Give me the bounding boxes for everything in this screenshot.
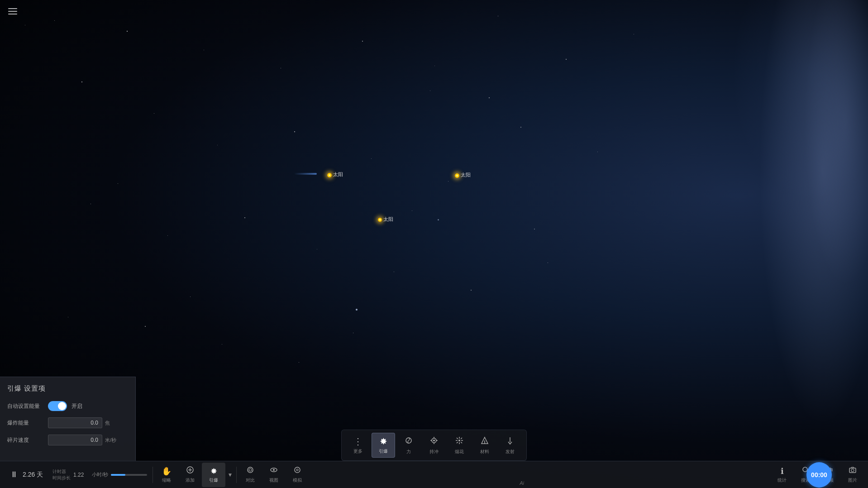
- milky-way: [642, 0, 868, 488]
- auto-energy-state: 开启: [72, 402, 82, 410]
- panel-title: 引爆 设置项: [7, 384, 128, 393]
- bottom-bar: ⏸ 2.26 天 计时器 时间步长 1.22 小时/秒 ✋ 缩略 添加 ✸ 引爆…: [0, 461, 868, 488]
- toolbar-shrink[interactable]: ✋ 缩略: [155, 463, 178, 487]
- auto-energy-row: 自动设置能量 开启: [7, 401, 128, 411]
- explosion-energy-label: 爆炸能量: [7, 419, 48, 427]
- photo-icon: [849, 466, 857, 476]
- auto-energy-label: 自动设置能量: [7, 402, 48, 410]
- tool-force[interactable]: 力: [397, 433, 420, 458]
- toolbar-compare[interactable]: 对比: [238, 463, 262, 487]
- tool-material[interactable]: 材料: [473, 433, 496, 458]
- simulate-icon: [293, 466, 301, 476]
- toolbar-view[interactable]: 视图: [262, 463, 286, 487]
- time-sub: 计时器 时间步长: [52, 469, 71, 481]
- timer-circle[interactable]: 00:00: [806, 462, 832, 488]
- simulate-label: 模拟: [293, 477, 302, 483]
- toolbar-trigger[interactable]: ✸ 引爆: [202, 463, 225, 487]
- settings-panel: 引爆 设置项 自动设置能量 开启 爆炸能量 焦 碎片速度 米/秒: [0, 377, 136, 461]
- add-label: 添加: [186, 477, 195, 483]
- photo-label: 图片: [848, 477, 857, 483]
- toolbar-trigger-label: 引爆: [209, 477, 218, 483]
- tool-trigger[interactable]: ✸ 引爆: [372, 433, 395, 458]
- explosion-energy-unit: 焦: [105, 420, 110, 426]
- tool-pulse[interactable]: 持冲: [422, 433, 446, 458]
- toolbar-trigger-icon: ✸: [210, 466, 217, 476]
- trigger-icon: ✸: [380, 436, 387, 447]
- tools-bar: ⋮ 更多 ✸ 引爆 力 持冲 烟花 材料 发射: [341, 430, 527, 461]
- sun-object-3[interactable]: [378, 218, 382, 222]
- tool-pulse-label: 持冲: [429, 449, 439, 455]
- auto-energy-toggle[interactable]: [48, 401, 67, 411]
- compare-icon: [246, 466, 254, 476]
- sun-label-2: 太阳: [461, 172, 471, 178]
- timer-label: 计时器: [52, 469, 71, 475]
- fragment-speed-input[interactable]: [48, 435, 102, 445]
- time-value: 2.26 天: [23, 471, 50, 479]
- svg-point-2: [433, 440, 435, 441]
- stats-icon: ℹ: [781, 466, 784, 476]
- svg-point-11: [273, 469, 275, 471]
- svg-point-9: [249, 469, 252, 471]
- svg-point-3: [458, 440, 460, 441]
- explosion-energy-input[interactable]: [48, 417, 102, 428]
- timer-value: 00:00: [811, 471, 827, 478]
- fragment-speed-row: 碎片速度 米/秒: [7, 435, 128, 445]
- ai-label: Ai: [520, 480, 524, 486]
- explosion-energy-row: 爆炸能量 焦: [7, 417, 128, 428]
- step-value: 1.22: [73, 472, 84, 478]
- tool-force-label: 力: [406, 449, 411, 455]
- chevron-down-icon: ▼: [227, 472, 233, 478]
- tool-more-label: 更多: [353, 448, 362, 455]
- toolbar-stats[interactable]: ℹ 统计: [770, 463, 794, 487]
- tool-fireworks-label: 烟花: [455, 449, 464, 455]
- tool-launch[interactable]: 发射: [498, 433, 522, 458]
- fragment-speed-unit: 米/秒: [105, 437, 116, 444]
- shrink-label: 缩略: [162, 477, 171, 483]
- small-body-2: [438, 219, 439, 220]
- svg-point-12: [295, 467, 300, 473]
- stats-label: 统计: [777, 477, 787, 483]
- add-icon: [186, 466, 194, 476]
- shrink-icon: ✋: [162, 466, 172, 476]
- svg-point-8: [248, 467, 253, 473]
- sun-object-2[interactable]: [455, 173, 459, 178]
- timestep-label: 时间步长: [52, 475, 71, 481]
- speed-section: 小时/秒: [88, 471, 151, 478]
- tool-trigger-label: 引爆: [379, 448, 388, 455]
- trigger-dropdown[interactable]: ▼: [225, 463, 234, 487]
- divider-1: [153, 467, 153, 483]
- sun-object-1[interactable]: [327, 173, 332, 177]
- fireworks-icon: [455, 436, 464, 447]
- pause-button[interactable]: ⏸: [8, 468, 20, 481]
- step-unit: 小时/秒: [92, 471, 108, 478]
- menu-button[interactable]: [6, 6, 19, 16]
- view-label: 视图: [269, 477, 278, 483]
- force-icon: [404, 436, 413, 447]
- compare-label: 对比: [246, 477, 255, 483]
- svg-point-18: [851, 469, 854, 472]
- speed-slider-fill: [111, 474, 125, 476]
- divider-2: [236, 467, 237, 483]
- material-icon: [480, 436, 489, 447]
- toolbar-add[interactable]: 添加: [178, 463, 202, 487]
- comet-trail: [294, 173, 317, 175]
- pulse-icon: [429, 436, 439, 447]
- toolbar-photo[interactable]: 图片: [841, 463, 864, 487]
- view-icon: [270, 466, 278, 476]
- more-icon: ⋮: [353, 436, 362, 447]
- toolbar-simulate[interactable]: 模拟: [286, 463, 309, 487]
- sun-label-3: 太阳: [383, 216, 393, 223]
- launch-icon: [506, 436, 515, 447]
- time-section: ⏸ 2.26 天 计时器 时间步长 1.22: [4, 468, 88, 481]
- tool-fireworks[interactable]: 烟花: [448, 433, 471, 458]
- tool-more[interactable]: ⋮ 更多: [346, 433, 370, 457]
- sun-label-1: 太阳: [333, 171, 343, 178]
- fragment-speed-label: 碎片速度: [7, 436, 48, 444]
- svg-point-13: [296, 469, 298, 471]
- tool-material-label: 材料: [480, 449, 489, 455]
- speed-slider[interactable]: [111, 474, 147, 476]
- tool-launch-label: 发射: [506, 449, 515, 455]
- small-body: [356, 309, 358, 311]
